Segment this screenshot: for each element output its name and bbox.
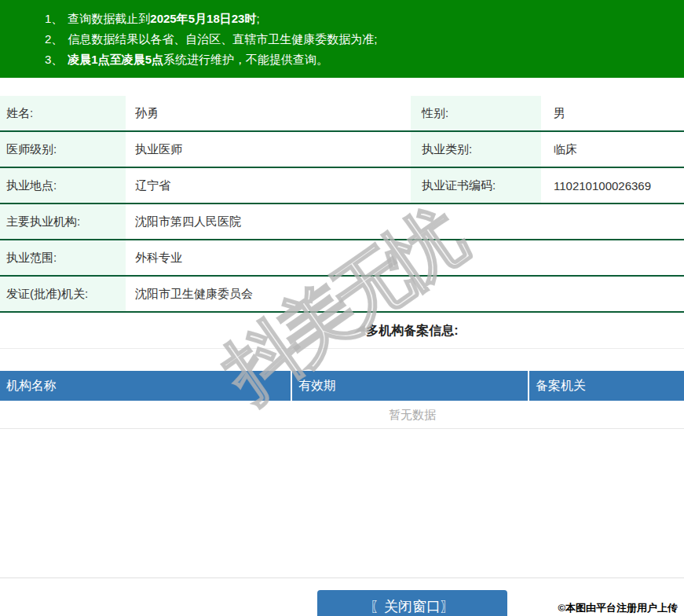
org-table-header-institution: 机构名称: [0, 371, 292, 401]
footer-divider: [0, 578, 684, 578]
table-row: 执业地点: 辽宁省 执业证书编码: 110210100026369: [0, 168, 684, 204]
notice-banner: 1、查询数据截止到2025年5月18日23时; 2、信息数据结果以各省、自治区、…: [0, 0, 684, 78]
notice-number: 2、: [45, 32, 63, 46]
notice-line-2: 2、信息数据结果以各省、自治区、直辖市卫生健康委数据为准;: [0, 29, 684, 50]
table-row: 主要执业机构: 沈阳市第四人民医院: [0, 204, 684, 240]
credit-watermark: ©本图由平台注册用户上传: [558, 601, 678, 615]
doctor-level-label: 医师级别:: [0, 132, 126, 167]
table-row: 发证(批准)机关: 沈阳市卫生健康委员会: [0, 277, 684, 313]
practice-category-value: 临床: [541, 132, 684, 167]
notice-text: 查询数据截止到: [68, 12, 150, 25]
gender-label: 性别:: [411, 96, 541, 130]
notice-text: 信息数据结果以各省、自治区、直辖市卫生健康委数据为准;: [68, 32, 377, 46]
issuing-authority-value: 沈阳市卫生健康委员会: [126, 277, 684, 311]
page: 1、查询数据截止到2025年5月18日23时; 2、信息数据结果以各省、自治区、…: [0, 0, 684, 616]
name-label: 姓名:: [0, 96, 126, 130]
issuing-authority-label: 发证(批准)机关:: [0, 277, 126, 311]
gender-value: 男: [541, 96, 684, 130]
notice-text: ;: [256, 12, 259, 25]
practice-scope-label: 执业范围:: [0, 240, 126, 275]
main-institution-label: 主要执业机构:: [0, 204, 126, 239]
notice-line-3: 3、凌晨1点至凌晨5点系统进行维护，不能提供查询。: [0, 50, 684, 70]
table-row: 姓名: 孙勇 性别: 男: [0, 96, 684, 132]
notice-number: 3、: [45, 53, 63, 66]
multi-institution-section-title: 多机构备案信息:: [0, 313, 684, 349]
close-window-button[interactable]: 〖关闭窗口〗: [317, 590, 507, 616]
name-value: 孙勇: [126, 96, 411, 130]
table-row: 执业范围: 外科专业: [0, 240, 684, 277]
org-table-header-validity: 有效期: [292, 371, 529, 401]
notice-line-1: 1、查询数据截止到2025年5月18日23时;: [0, 9, 684, 29]
notice-bold-text: 2025年5月18日23时: [150, 12, 256, 25]
certificate-number-label: 执业证书编码:: [411, 168, 541, 203]
main-institution-value: 沈阳市第四人民医院: [126, 204, 684, 239]
empty-data-text: 暂无数据: [0, 401, 684, 429]
practitioner-info-table: 姓名: 孙勇 性别: 男 医师级别: 执业医师 执业类别: 临床 执业地点: 辽…: [0, 96, 684, 313]
table-row: 医师级别: 执业医师 执业类别: 临床: [0, 132, 684, 168]
notice-number: 1、: [45, 12, 63, 25]
certificate-number-value: 110210100026369: [541, 168, 684, 203]
notice-text: 系统进行维护，不能提供查询。: [163, 53, 328, 66]
spacer: [0, 349, 684, 371]
org-table-header-authority: 备案机关: [529, 371, 684, 401]
practice-category-label: 执业类别:: [411, 132, 541, 167]
practice-location-value: 辽宁省: [126, 168, 411, 203]
org-table-header-row: 机构名称 有效期 备案机关: [0, 371, 684, 401]
practice-scope-value: 外科专业: [126, 240, 684, 275]
notice-bold-text: 凌晨1点至凌晨5点: [68, 53, 163, 66]
practice-location-label: 执业地点:: [0, 168, 126, 203]
spacer: [0, 429, 684, 578]
doctor-level-value: 执业医师: [126, 132, 411, 167]
